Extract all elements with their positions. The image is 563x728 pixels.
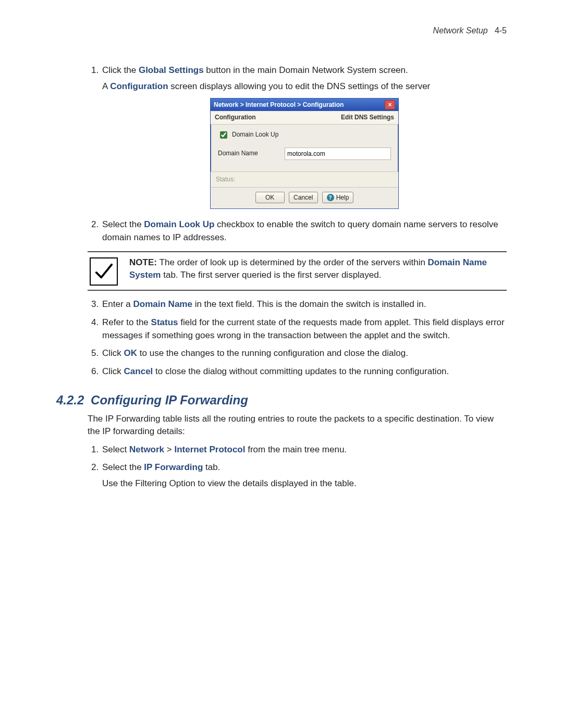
help-icon: ?: [327, 194, 334, 201]
step-4: Refer to the Status field for the curren…: [101, 316, 507, 342]
dialog-tabs: Configuration Edit DNS Settings: [211, 111, 398, 124]
step-5: Click OK to use the changes to the runni…: [101, 347, 507, 360]
domain-lookup-ref: Domain Look Up: [144, 219, 214, 229]
close-icon[interactable]: ×: [385, 100, 395, 109]
step-1-desc: A Configuration screen displays allowing…: [102, 80, 507, 93]
domain-name-input[interactable]: [285, 147, 391, 160]
procedure-list-a: Click the Global Settings button in the …: [88, 64, 507, 244]
s422-step-1: Select Network > Internet Protocol from …: [101, 443, 507, 456]
section-4-2-2-heading: 4.2.2 Configuring IP Forwarding: [56, 393, 507, 408]
step-2: Select the Domain Look Up checkbox to en…: [101, 218, 507, 244]
domain-name-label: Domain Name: [218, 149, 275, 158]
step-3: Enter a Domain Name in the text field. T…: [101, 298, 507, 311]
note-block: NOTE: The order of look up is determined…: [88, 251, 507, 291]
tab-edit-dns-settings[interactable]: Edit DNS Settings: [341, 113, 394, 122]
cancel-button[interactable]: Cancel: [289, 192, 318, 203]
header-section: Network Setup: [433, 26, 488, 35]
procedure-list-c: Enter a Domain Name in the text field. T…: [88, 298, 507, 378]
help-button[interactable]: ? Help: [322, 192, 354, 203]
dialog-titlebar: Network > Internet Protocol > Configurat…: [211, 98, 398, 111]
status-field: Status:: [211, 172, 398, 188]
domain-lookup-checkbox[interactable]: [220, 131, 227, 139]
note-label: NOTE:: [129, 257, 160, 267]
checkmark-icon: [90, 257, 118, 286]
header-page: 4-5: [495, 26, 507, 35]
global-settings-ref: Global Settings: [139, 65, 204, 75]
configuration-dialog: Network > Internet Protocol > Configurat…: [210, 98, 399, 209]
domain-lookup-label: Domain Look Up: [232, 130, 278, 139]
s422-step-2-desc: Use the Filtering Option to view the det…: [102, 477, 507, 490]
tab-configuration[interactable]: Configuration: [215, 113, 256, 122]
step-1: Click the Global Settings button in the …: [101, 64, 507, 209]
dialog-breadcrumb: Network > Internet Protocol > Configurat…: [214, 101, 344, 109]
ok-button[interactable]: OK: [255, 192, 285, 203]
s422-step-2: Select the IP Forwarding tab. Use the Fi…: [101, 461, 507, 490]
section-4-2-2-intro: The IP Forwarding table lists all the ro…: [88, 413, 507, 438]
step-6: Click Cancel to close the dialog without…: [101, 365, 507, 378]
section-4-2-2-steps: Select Network > Internet Protocol from …: [88, 443, 507, 490]
page-header: Network Setup 4-5: [56, 26, 507, 35]
